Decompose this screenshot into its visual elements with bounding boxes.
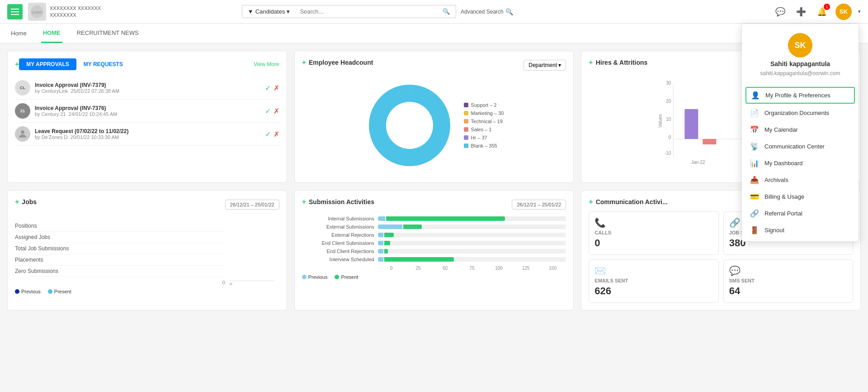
sub-bar-pres (386, 216, 505, 221)
sub-bar-prev (378, 249, 384, 253)
tab-home[interactable]: HOME (41, 24, 62, 43)
approval-sub: by Century 21 24/01/22 10:24:45 AM (35, 111, 260, 117)
dropdown-item-label: My Profile & Preferences (765, 92, 830, 99)
sub-label: End Client Rejections (302, 249, 374, 254)
jobs-content: Positions Assigned Jobs Total Job Submis… (15, 216, 279, 285)
job-row: Placements (15, 254, 225, 266)
avatar-initials: SK (840, 8, 848, 15)
legend-color (464, 135, 468, 140)
reject-button[interactable]: ✗ (274, 84, 279, 92)
logo-text: XXXXXXXX XXXXXXX XXXXXXXX (50, 5, 101, 18)
svg-text:30: 30 (666, 81, 672, 86)
sub-bar-prev (378, 257, 384, 262)
dropdown-billing[interactable]: 💳 Billing & Usage (742, 188, 859, 205)
dropdown-item-label: Archivals (764, 177, 788, 183)
legend-dot-present (335, 275, 339, 279)
search-input[interactable] (295, 5, 437, 18)
hires-plus-icon: + (589, 58, 593, 67)
search-filter-button[interactable]: ▼ Candidates ▾ (242, 5, 296, 18)
jobs-card: + Jobs 26/12/21 – 25/01/22 Positions Ass… (7, 190, 287, 311)
dropdown-my-dashboard[interactable]: 📊 My Dashboard (742, 155, 859, 172)
main-grid: + MY APPROVALS MY REQUESTS View More CL … (0, 43, 868, 318)
dropdown-my-profile[interactable]: 👤 My Profile & Preferences (745, 87, 855, 104)
sub-label: External Rejections (302, 232, 374, 238)
emails-icon: ✉️ (594, 265, 606, 276)
sub-bar-pres (384, 241, 390, 245)
sub-bar-prev (378, 233, 384, 237)
approval-actions: ✓ ✗ (265, 130, 279, 139)
approval-title: Invoice Approval (INV-7376) (35, 105, 260, 111)
sub-label: Internal Submissions (302, 216, 374, 221)
legend-previous: Previous (15, 289, 41, 294)
sub-bar-pres (403, 225, 422, 229)
docs-icon: 📄 (750, 109, 759, 117)
approval-info: Leave Request (07/02/22 to 11/02/22) by … (35, 128, 260, 140)
approve-button[interactable]: ✓ (265, 130, 271, 139)
sub-bar-prev (378, 225, 402, 229)
dropdown-avatar: SK (788, 33, 812, 57)
nav-home-label[interactable]: Home (11, 30, 27, 37)
logo-area: LOGO XXXXXXXX XXXXXXX XXXXXXXX (28, 3, 101, 21)
submission-activities-card: + Submission Activities 26/12/21 – 25/01… (294, 190, 574, 311)
filter-icon: ▼ (248, 8, 254, 15)
approval-actions: ✓ ✗ (265, 84, 279, 92)
dropdown-email: sahiti.kappagantula@oorwin.com (760, 70, 840, 76)
sub-row: Interview Scheduled (302, 257, 566, 262)
dropdown-archivals[interactable]: 📥 Archivals (742, 172, 859, 188)
advanced-search-link[interactable]: Advanced Search (461, 9, 504, 15)
job-row: Zero Submissions (15, 266, 225, 277)
tab-recruitment-news[interactable]: RECRUITMENT NEWS (75, 24, 141, 43)
dropdown-name: Sahiti kappagantula (770, 60, 830, 67)
donut-chart: Support – 2 Marketing – 30 Technical – 1… (302, 76, 566, 175)
submission-title: + Submission Activities (302, 198, 374, 206)
approval-sub: by CenturyLink 25/01/22 07:26:38 AM (35, 88, 260, 94)
approval-sub: by De'Zones D 20/01/22 10:33:30 AM (35, 134, 260, 140)
sms-icon: 💬 (729, 265, 741, 276)
dropdown-my-calendar[interactable]: 📅 My Calendar (742, 121, 859, 138)
department-dropdown[interactable]: Department ▾ (524, 60, 566, 71)
my-approvals-tab[interactable]: MY APPROVALS (19, 58, 76, 70)
approve-button[interactable]: ✓ (265, 107, 271, 115)
hamburger-button[interactable] (7, 4, 23, 19)
calls-label: CALLS (594, 230, 611, 235)
add-button[interactable]: ➕ (794, 5, 808, 19)
sub-bar (378, 241, 566, 245)
dropdown-item-label: Signout (764, 227, 784, 234)
dropdown-communication-center[interactable]: 📡 Communication Center (742, 138, 859, 155)
dropdown-signout[interactable]: 🚪 Signout (742, 222, 859, 239)
my-requests-tab[interactable]: MY REQUESTS (76, 58, 130, 70)
dropdown-referral[interactable]: 🔗 Referral Portal (742, 205, 859, 222)
dropdown-items: 👤 My Profile & Preferences 📄 Organizatio… (742, 83, 859, 241)
calls-value: 0 (594, 237, 600, 249)
emails-value: 626 (594, 285, 611, 297)
sms-label: SMS SENT (729, 278, 755, 283)
donut-labels: Support – 2 Marketing – 30 Technical – 1… (464, 102, 504, 148)
approvals-plus-icon: + (15, 60, 19, 68)
dropdown-item-label: Communication Center (764, 143, 825, 150)
notifications-button[interactable]: 🔔 1 (815, 5, 829, 19)
reject-button[interactable]: ✗ (274, 130, 279, 139)
approval-title: Leave Request (07/02/22 to 11/02/22) (35, 128, 260, 134)
logo-image: LOGO (28, 3, 46, 21)
messages-icon: 💬 (775, 7, 785, 17)
adv-search-icon: 🔍 (505, 8, 513, 15)
user-avatar-button[interactable]: SK (835, 4, 852, 20)
sub-bar (378, 233, 566, 237)
view-more-link[interactable]: View More (254, 61, 279, 67)
search-button[interactable]: 🔍 (437, 5, 456, 18)
messages-button[interactable]: 💬 (773, 5, 788, 19)
jobs-chart-svg: 0 (225, 222, 279, 285)
legend-previous: Previous (302, 274, 328, 280)
sub-x-labels: 0 25 50 75 100 125 150 (302, 266, 566, 271)
avatar-chevron-icon: ▾ (858, 9, 861, 14)
sub-row: End Client Submissions (302, 240, 566, 246)
dropdown-organization-docs[interactable]: 📄 Organization Documents (742, 105, 859, 121)
legend-dot-previous (15, 289, 19, 294)
comm-plus-icon: + (589, 198, 593, 206)
dropdown-item-label: Organization Documents (764, 110, 829, 116)
employee-headcount-card: + Employee Headcount Department ▾ (294, 51, 574, 183)
sub-legend: Previous Present (302, 274, 566, 280)
approve-button[interactable]: ✓ (265, 84, 271, 92)
reject-button[interactable]: ✗ (274, 107, 279, 115)
dropdown-item-label: Referral Portal (764, 210, 802, 217)
